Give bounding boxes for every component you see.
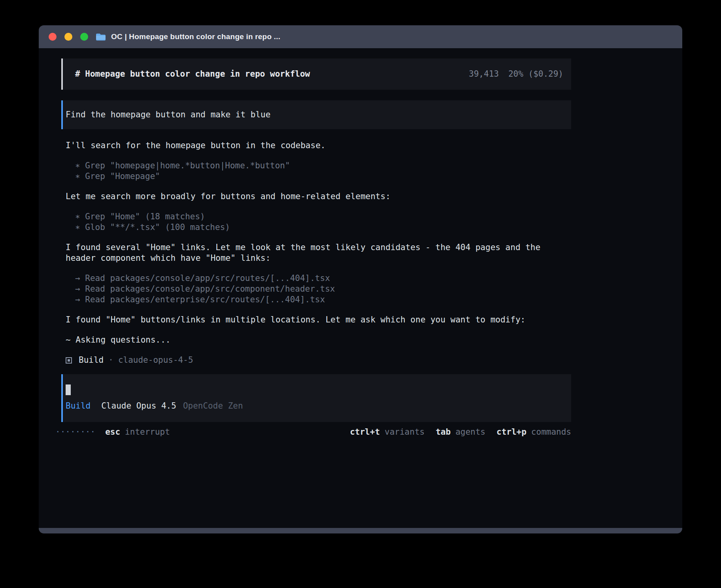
user-message-text: Find the homepage button and make it blu…	[66, 110, 270, 119]
input-mode-label: Build	[66, 401, 91, 411]
hint-key-esc: esc	[105, 427, 120, 437]
assistant-message: I'll search for the homepage button in t…	[66, 140, 571, 151]
agent-name: Build	[79, 355, 104, 366]
input-model-label: Claude Opus 4.5	[101, 401, 176, 411]
assistant-status-asking: ~ Asking questions...	[66, 335, 571, 345]
session-context-usage: 20% ($0.29)	[508, 69, 563, 79]
input-meta: Build Claude Opus 4.5 OpenCode Zen	[66, 401, 563, 411]
hint-key-ctrl-t: ctrl+t	[350, 427, 380, 437]
tool-call-read: → Read packages/console/app/src/componen…	[75, 284, 571, 294]
assistant-message: I found "Home" buttons/links in multiple…	[66, 315, 571, 325]
tool-call-grep: ∗ Grep "homepage|home.*button|Home.*butt…	[75, 160, 571, 171]
tool-call-grep: ∗ Grep "Homepage"	[75, 171, 571, 182]
agent-build-icon	[66, 357, 72, 364]
hint-commands: ctrl+p commands	[496, 427, 571, 437]
assistant-message: I found several "Home" links. Let me loo…	[66, 242, 571, 264]
window-titlebar[interactable]: OC | Homepage button color change in rep…	[39, 25, 682, 48]
folder-icon	[95, 33, 106, 41]
hint-key-ctrl-p: ctrl+p	[496, 427, 527, 437]
terminal-content: # Homepage button color change in repo w…	[39, 48, 682, 528]
session-header: # Homepage button color change in repo w…	[61, 58, 571, 90]
hint-group-right: ctrl+t variants tab agents ctrl+p comman…	[350, 427, 571, 437]
agent-line: Build · claude-opus-4-5	[66, 355, 571, 366]
user-message: Find the homepage button and make it blu…	[61, 100, 571, 129]
tool-call-grep: ∗ Grep "Home" (18 matches)	[75, 211, 571, 222]
tool-call-glob: ∗ Glob "**/*.tsx" (100 matches)	[75, 222, 571, 233]
zoom-button[interactable]	[80, 33, 88, 41]
status-bar: ········ esc interrupt ctrl+t variants t…	[55, 427, 571, 437]
tool-call-group: ∗ Grep "Home" (18 matches) ∗ Glob "**/*.…	[75, 211, 571, 233]
prompt-input[interactable]: Build Claude Opus 4.5 OpenCode Zen	[61, 374, 571, 422]
agent-model: claude-opus-4-5	[118, 355, 193, 366]
session-token-count: 39,413	[469, 69, 499, 79]
tool-call-read: → Read packages/enterprise/src/routes/[.…	[75, 294, 571, 305]
input-provider-label: OpenCode Zen	[183, 401, 243, 411]
text-cursor	[66, 384, 71, 395]
assistant-message: Let me search more broadly for buttons a…	[66, 191, 571, 202]
tool-call-group: ∗ Grep "homepage|home.*button|Home.*butt…	[75, 160, 571, 182]
agent-separator: ·	[108, 355, 113, 366]
hint-label-agents: agents	[455, 427, 485, 437]
hint-label-commands: commands	[531, 427, 571, 437]
hint-label-interrupt: interrupt	[125, 427, 170, 437]
hint-variants: ctrl+t variants	[350, 427, 425, 437]
close-button[interactable]	[49, 33, 57, 41]
spinner-dots: ········	[55, 427, 95, 437]
hint-label-variants: variants	[385, 427, 425, 437]
session-title: # Homepage button color change in repo w…	[75, 69, 310, 79]
hint-key-tab: tab	[436, 427, 451, 437]
hint-interrupt: esc interrupt	[105, 427, 170, 437]
terminal-window: OC | Homepage button color change in rep…	[39, 25, 682, 533]
window-title: OC | Homepage button color change in rep…	[111, 32, 280, 41]
session-stats: 39,413 20% ($0.29)	[469, 69, 563, 79]
hint-agents: tab agents	[436, 427, 485, 437]
window-controls	[49, 33, 88, 41]
tool-call-group: → Read packages/console/app/src/routes/[…	[75, 273, 571, 305]
minimize-button[interactable]	[64, 33, 72, 41]
tool-call-read: → Read packages/console/app/src/routes/[…	[75, 273, 571, 284]
